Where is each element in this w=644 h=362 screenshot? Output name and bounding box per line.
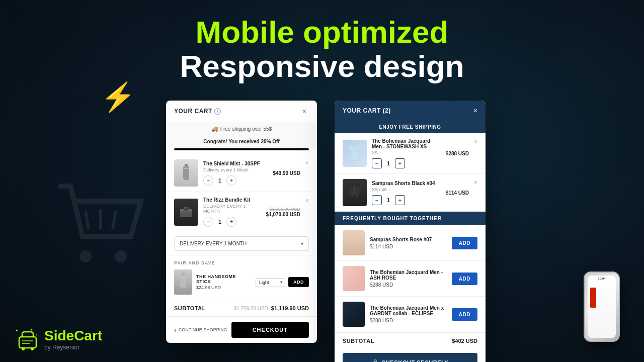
logo-cart-icon: ✦ ✦ ✦ <box>15 327 40 352</box>
right-subtotal-price: $402 USD <box>452 338 477 344</box>
pair-save-title: PAIR AND SAVE <box>174 260 309 265</box>
svg-rect-10 <box>184 207 188 211</box>
bottle-image <box>174 159 198 187</box>
shirt-light-image <box>343 140 367 167</box>
right-item-1-quantity: 1 <box>385 160 392 166</box>
svg-point-0 <box>79 250 92 262</box>
left-close-button[interactable]: × <box>300 107 309 116</box>
phone-mockup: 10:04 <box>584 272 624 347</box>
continue-shopping-link[interactable]: ‹ CONTINUE SHOPPING <box>174 326 227 334</box>
right-panel-title: YOUR CART (2) <box>343 107 391 114</box>
fbt-item-1: Sampras Shorts Rose #07 $114 USD ADD <box>335 225 486 261</box>
svg-rect-18 <box>19 337 36 348</box>
left-subtotal-label: SUBTOTAL <box>174 305 206 311</box>
item-2-image <box>174 199 198 226</box>
item-1-decrease-button[interactable]: − <box>203 175 213 186</box>
progress-bar-fill <box>174 148 309 150</box>
item-1-info: The Shield Mist - 30SPF Delivery every 1… <box>203 161 268 186</box>
phone-body: 10:04 <box>584 272 620 342</box>
svg-point-1 <box>115 250 127 262</box>
svg-point-20 <box>22 347 25 350</box>
item-2-price-container: $1,259.00 USD $1,070.00 USD <box>266 207 300 217</box>
left-panel-title: YOUR CART i <box>174 108 221 115</box>
right-panel-header: YOUR CART (2) × <box>335 101 486 121</box>
left-subtotal-new-price: $1,119.90 USD <box>271 305 309 311</box>
delivery-dropdown[interactable]: DELIVERY EVERY 1 MONTH ▾ <box>174 236 309 251</box>
item-1-remove-button[interactable]: × <box>305 159 309 166</box>
box-image <box>174 199 198 226</box>
pair-controls: Light Medium Dark ADD <box>256 277 309 287</box>
svg-rect-5 <box>185 164 188 166</box>
item-1-increase-button[interactable]: + <box>226 175 236 186</box>
checkout-button[interactable]: CHECKOUT <box>231 322 309 338</box>
phone-red-element <box>590 288 596 308</box>
left-subtotal-old-price: $1,259.00 USD <box>233 306 268 311</box>
right-item-1-increase-button[interactable]: + <box>395 158 405 168</box>
shorts-rose-image <box>343 230 365 255</box>
svg-rect-7 <box>184 168 189 169</box>
svg-rect-11 <box>182 273 185 275</box>
fbt-item-1-info: Sampras Shorts Rose #07 $114 USD <box>370 237 447 249</box>
item-2-decrease-button[interactable]: − <box>203 217 213 227</box>
phone-screen-content: 10:04 <box>588 276 616 338</box>
right-close-button[interactable]: × <box>473 107 477 115</box>
fbt-item-3-image <box>343 302 365 327</box>
shirt-pink-image <box>343 266 365 291</box>
svg-line-4 <box>113 211 116 229</box>
cart-item-1: The Shield Mist - 30SPF Delivery every 1… <box>166 154 317 192</box>
right-item-2-controls: − 1 + <box>372 195 441 205</box>
svg-text:✦: ✦ <box>30 328 33 331</box>
right-item-2-quantity: 1 <box>385 197 392 203</box>
fbt-header: FREQUENTLY BOUGHT TOGETHER <box>335 212 486 225</box>
headline-line1: Mobile optimized <box>0 15 644 49</box>
item-2-remove-button[interactable]: × <box>305 197 309 204</box>
item-1-controls: − 1 + <box>203 175 268 186</box>
right-item-2-increase-button[interactable]: + <box>395 195 405 205</box>
pair-add-button[interactable]: ADD <box>288 277 309 287</box>
right-item-1-controls: − 1 + <box>372 158 441 168</box>
fbt-item-3: The Bohemian Jacquard Men x GARDNT colla… <box>335 297 486 332</box>
chevron-down-icon: ▾ <box>301 241 303 246</box>
arrow-left-icon: ‹ <box>174 326 177 334</box>
right-item-2-decrease-button[interactable]: − <box>372 195 382 205</box>
lock-icon: 🔒 <box>372 359 379 362</box>
info-icon[interactable]: i <box>214 108 221 115</box>
logo-text: SideCart by Heysenior <box>44 328 102 351</box>
pair-item-info: THE HANDSOME STICK $24.95 USD <box>196 274 252 290</box>
left-subtotal-prices: $1,259.00 USD $1,119.90 USD <box>233 305 309 311</box>
item-1-image <box>174 159 198 187</box>
right-cart-panel: YOUR CART (2) × ENJOY FREE SHIPPING The … <box>335 101 486 362</box>
right-item-1-decrease-button[interactable]: − <box>372 158 382 168</box>
fbt-item-2-info: The Bohemian Jacquard Men - ASH ROSE $28… <box>370 269 447 288</box>
fbt-item-2-add-button[interactable]: ADD <box>452 273 477 285</box>
pair-variant-select[interactable]: Light Medium Dark <box>256 278 285 287</box>
left-subtotal-row: SUBTOTAL $1,259.00 USD $1,119.90 USD <box>166 300 317 316</box>
logo-by-text: by Heysenior <box>44 344 102 351</box>
fbt-item-1-image <box>343 230 365 255</box>
svg-text:✦: ✦ <box>35 333 37 336</box>
right-item-1-remove-button[interactable]: × <box>474 138 477 145</box>
item-2-increase-button[interactable]: + <box>226 217 236 227</box>
header: Mobile optimized Responsive design <box>0 15 644 83</box>
checkout-secure-button[interactable]: 🔒 CHECKOUT SECURELY <box>343 353 477 362</box>
fbt-item-3-add-button[interactable]: ADD <box>452 308 477 321</box>
progress-bar <box>174 148 309 150</box>
truck-icon: 🚚 <box>211 126 218 132</box>
enjoy-shipping-banner: ENJOY FREE SHIPPING <box>335 121 486 133</box>
fbt-item-2-image <box>343 266 365 291</box>
headline-line2: Responsive design <box>0 49 644 83</box>
right-item-2-remove-button[interactable]: × <box>474 179 477 186</box>
item-2-quantity: 1 <box>216 219 223 225</box>
item-1-price: $49.90 USD <box>273 170 300 176</box>
free-shipping-banner: 🚚 Free shipping over 55$ <box>166 122 317 136</box>
item-2-info: The Rizz Bundle Kit DELIVERY EVERY 1 MON… <box>203 197 261 227</box>
sidecart-logo: ✦ ✦ ✦ SideCart by Heysenior <box>15 327 102 352</box>
phone-time: 10:04 <box>598 277 605 280</box>
pair-item: THE HANDSOME STICK $24.95 USD Light Medi… <box>174 269 309 295</box>
fbt-item-1-add-button[interactable]: ADD <box>452 237 477 249</box>
right-cart-item-1: The Bohemian Jacquard Men - STONEWASH XS… <box>335 133 486 174</box>
right-item-2-info: Sampras Shorts Black #04 XS / 46 − 1 + <box>372 180 441 205</box>
svg-point-21 <box>31 347 34 350</box>
item-1-quantity: 1 <box>216 177 223 184</box>
right-subtotal-row: SUBTOTAL $402 USD <box>335 332 486 349</box>
